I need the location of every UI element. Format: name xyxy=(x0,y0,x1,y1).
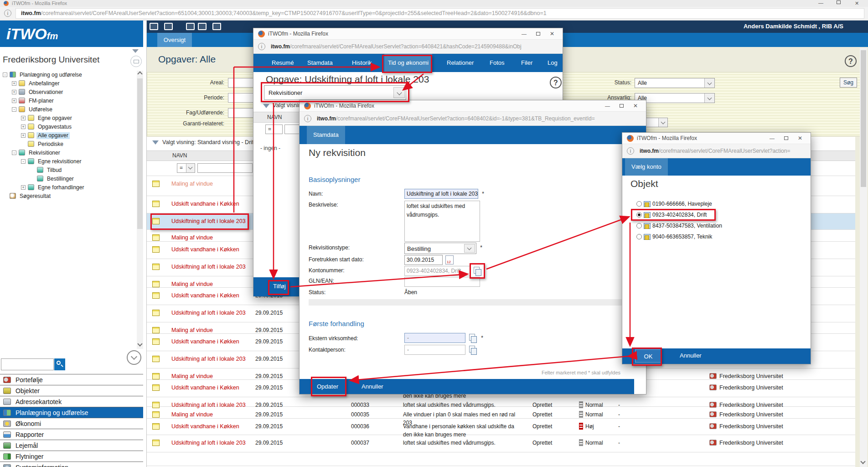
tree-item-bestillinger[interactable]: Bestillinger xyxy=(0,175,137,183)
tree-expander[interactable]: + xyxy=(12,90,16,94)
table-row-17-name[interactable]: Udskift vandhane i Køkken xyxy=(171,423,239,430)
tree-expander[interactable]: + xyxy=(12,81,16,86)
tree-expander[interactable]: + xyxy=(21,116,26,120)
tree-item-rekvisitioner[interactable]: -Rekvisitioner xyxy=(0,149,137,157)
tree-expander[interactable]: - xyxy=(12,150,16,155)
window-close-button[interactable]: ✕ xyxy=(855,0,859,6)
tree-expander[interactable]: - xyxy=(3,73,7,77)
popup2-konto-input[interactable]: 0923-402402834, Drift xyxy=(404,266,470,276)
sidebar-search-button[interactable] xyxy=(54,358,65,370)
envelope-icon[interactable] xyxy=(130,56,142,67)
popup2-minimize-button[interactable]: — xyxy=(605,103,610,109)
tree-item-egne-rekvisitioner[interactable]: -Egne rekvisitioner xyxy=(0,157,137,166)
popup2-navn-input[interactable]: Udskiftning af loft i lokale 203 xyxy=(404,189,478,199)
tree-item-fm-planer[interactable]: +FM-planer xyxy=(0,97,137,105)
expand-menu-button[interactable] xyxy=(127,350,141,365)
sidebar-item-planl-gning-og-udf-relse[interactable]: Planlægning og udførelse xyxy=(0,407,143,418)
popup2-cancel-button[interactable]: Annuller xyxy=(362,383,383,390)
table-row-13-name[interactable]: Maling af vindue xyxy=(171,373,213,379)
table-row-5-name[interactable]: Udskift vandhane i Køkken xyxy=(171,246,239,253)
filter-dropdown-ansvarlig[interactable]: Alle xyxy=(635,93,715,103)
popup2-close-button[interactable]: ✕ xyxy=(633,103,638,109)
popup1-tab-stamdata[interactable]: Stamdata xyxy=(304,54,336,72)
tree-expander[interactable]: + xyxy=(21,125,26,129)
gear-doc-icon[interactable] xyxy=(150,23,158,30)
tree-expander[interactable]: + xyxy=(21,133,26,138)
table-row-18-name[interactable]: Udskiftning af loft i lokale 203 xyxy=(171,440,246,446)
radio-4[interactable] xyxy=(636,234,642,239)
tree-item-egne-forhandlinger[interactable]: +Egne forhandlinger xyxy=(0,183,137,192)
filter-dropdown-small[interactable] xyxy=(645,118,668,127)
tree-item-observationer[interactable]: +Observationer xyxy=(0,88,137,97)
popup3-tab-vaelg-konto[interactable]: Vælg konto xyxy=(625,158,668,176)
popup2-maximize-button[interactable] xyxy=(620,104,624,108)
popup2-type-select[interactable]: Bestilling xyxy=(404,243,476,254)
window-maximize-button[interactable] xyxy=(837,0,841,4)
popup3-minimize-button[interactable]: — xyxy=(770,135,775,141)
popup1-tab-log[interactable]: Log xyxy=(544,54,561,72)
table-row-12-name[interactable]: Udskiftning af loft i lokale 203 xyxy=(171,356,246,362)
popup1-close-button[interactable]: ✕ xyxy=(550,31,554,37)
table-row-7-name[interactable]: Maling af vindue xyxy=(171,281,213,287)
tree-expander[interactable]: + xyxy=(21,185,26,190)
search-button[interactable]: Søg xyxy=(840,78,857,88)
table-row-15-name[interactable]: Udskiftning af loft i lokale 203 xyxy=(171,402,246,408)
sidebar-item-lejem-l[interactable]: Lejemål xyxy=(0,440,143,451)
tree-item-tilbud[interactable]: Tilbud xyxy=(0,166,137,175)
info-icon[interactable]: i xyxy=(4,10,11,17)
sidebar-item-adressekartotek[interactable]: Adressekartotek xyxy=(0,396,143,407)
tree-item-alle-opgaver[interactable]: +Alle opgaver xyxy=(0,131,137,140)
tree-item-opgavestatus[interactable]: +Opgavestatus xyxy=(0,123,137,131)
popup2-ekstern-input[interactable]: - xyxy=(404,333,465,343)
video-icon[interactable] xyxy=(198,23,207,30)
sidebar-item--konomi[interactable]: Økonomi xyxy=(0,418,143,429)
table-row-2-name[interactable]: Udskift vandhane i Køkken xyxy=(171,201,239,207)
tree-item-anbefalinger[interactable]: +Anbefalinger xyxy=(0,79,137,88)
popup1-minimize-button[interactable]: — xyxy=(522,31,527,36)
popup2-kontakt-input[interactable]: - xyxy=(404,345,465,355)
popup1-tab-resum-[interactable]: Resumé xyxy=(268,54,297,72)
popup3-close-button[interactable]: ✕ xyxy=(798,135,802,141)
print-doc-icon[interactable] xyxy=(164,23,173,30)
tree-item-udf-relse[interactable]: -Udførelse xyxy=(0,105,137,114)
popup2-date-input[interactable]: 30.09.2015 xyxy=(404,255,443,265)
tree-item-egne-opgaver[interactable]: +Egne opgaver xyxy=(0,114,137,123)
sidebar-search-input[interactable] xyxy=(1,358,54,370)
popup1-filter-op[interactable]: = xyxy=(265,125,283,134)
popup2-beskrivelse-textarea[interactable]: loftet skal udskiftes medvådrumsgips. xyxy=(404,201,480,242)
sidebar-item-flytninger[interactable]: Flytninger xyxy=(0,451,143,462)
radio-1[interactable] xyxy=(636,201,642,207)
tree-expander[interactable]: - xyxy=(12,107,16,112)
tree-expander[interactable]: - xyxy=(21,159,26,164)
table-row-1-name[interactable]: Maling af vindue xyxy=(171,181,213,187)
table-filter-input[interactable] xyxy=(197,163,253,173)
help-icon-main[interactable]: ? xyxy=(845,55,857,67)
book-icon[interactable] xyxy=(212,23,221,30)
popup1-maximize-button[interactable] xyxy=(536,32,540,36)
tree-item-periodiske[interactable]: Periodiske xyxy=(0,140,137,149)
table-row-10-name[interactable]: Maling af vindue xyxy=(171,327,213,333)
table-row-8-name[interactable]: Udskift vandhane i Køkken xyxy=(171,292,239,299)
table-row-4-name[interactable]: Maling af vindue xyxy=(171,234,213,241)
table-row-9-name[interactable]: Udskiftning af loft i lokale 203 xyxy=(171,310,246,316)
radio-3[interactable] xyxy=(636,223,642,228)
table-row-11-name[interactable]: Udskift vandhane i Køkken xyxy=(171,338,239,345)
filter-periode-input[interactable] xyxy=(228,93,253,103)
table-row-14-name[interactable]: Udskift vandhane i Køkken xyxy=(171,384,239,391)
sidebar-item-systeminformation[interactable]: Systeminformation xyxy=(0,462,143,467)
sidebar-item-objekter[interactable]: Objekter xyxy=(0,385,143,396)
view-collapse-icon[interactable] xyxy=(263,104,269,108)
ekstern-picker-icon[interactable] xyxy=(468,333,477,342)
popup1-tab-historik[interactable]: Historik xyxy=(348,54,375,72)
table-row-16-name[interactable]: Maling af vindue xyxy=(171,411,213,418)
window-minimize-button[interactable]: — xyxy=(818,0,823,5)
tree-item-planl-gning-og-udf-relse[interactable]: -Planlægning og udførelse xyxy=(0,71,137,79)
popup2-gln-input[interactable] xyxy=(404,277,480,287)
filter-fag-input[interactable] xyxy=(228,108,253,118)
calendar-icon[interactable]: 12 xyxy=(445,255,454,265)
table-row-6-name[interactable]: Udskiftning af loft i lokale 203 xyxy=(171,264,246,270)
search-doc-icon[interactable] xyxy=(186,23,195,30)
main-scroll-thumb[interactable] xyxy=(861,50,866,187)
popup1-tab-relationer[interactable]: Relationer xyxy=(443,54,477,72)
popup1-tab-filer[interactable]: Filer xyxy=(517,54,536,72)
